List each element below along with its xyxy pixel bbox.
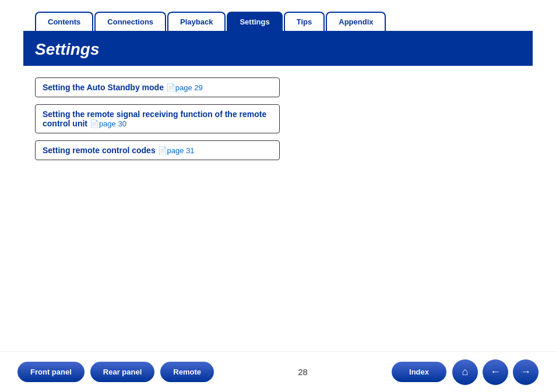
page-number: 28 bbox=[220, 367, 386, 377]
tab-contents[interactable]: Contents bbox=[35, 12, 93, 31]
menu-item-page-ref: 📄page 30 bbox=[90, 119, 126, 128]
menu-item-auto-standby[interactable]: Setting the Auto Standby mode 📄page 29 bbox=[35, 77, 280, 97]
index-button[interactable]: Index bbox=[392, 362, 446, 382]
home-icon: ⌂ bbox=[462, 366, 469, 378]
back-icon: ← bbox=[490, 366, 501, 378]
tab-appendix[interactable]: Appendix bbox=[326, 12, 386, 31]
content-area: Settings Setting the Auto Standby mode 📄… bbox=[12, 31, 544, 179]
menu-item-label: Setting remote control codes bbox=[43, 146, 158, 155]
nav-tabs-wrapper: ContentsConnectionsPlaybackSettingsTipsA… bbox=[0, 0, 556, 31]
menu-item-remote-codes[interactable]: Setting remote control codes 📄page 31 bbox=[35, 140, 280, 160]
header-banner: Settings bbox=[23, 33, 533, 66]
menu-item-label: Setting the Auto Standby mode bbox=[43, 83, 166, 92]
tab-settings[interactable]: Settings bbox=[227, 12, 282, 31]
menu-item-label: Setting the remote signal receiving func… bbox=[43, 110, 266, 128]
front-panel-button[interactable]: Front panel bbox=[17, 362, 85, 382]
menu-item-page-ref: 📄page 29 bbox=[166, 83, 203, 92]
forward-button[interactable]: → bbox=[513, 359, 539, 385]
footer: Front panel Rear panel Remote 28 Index ⌂… bbox=[0, 351, 556, 392]
page-title: Settings bbox=[35, 40, 521, 59]
tab-connections[interactable]: Connections bbox=[94, 12, 166, 31]
back-button[interactable]: ← bbox=[483, 359, 508, 385]
forward-icon: → bbox=[520, 366, 531, 378]
menu-item-page-ref: 📄page 31 bbox=[158, 146, 195, 155]
tab-tips[interactable]: Tips bbox=[284, 12, 325, 31]
main-content: Setting the Auto Standby mode 📄page 29Se… bbox=[12, 66, 544, 179]
nav-icon-buttons: ⌂ ← → bbox=[452, 359, 539, 385]
home-button[interactable]: ⌂ bbox=[452, 359, 478, 385]
remote-button[interactable]: Remote bbox=[160, 362, 214, 382]
menu-item-remote-signal[interactable]: Setting the remote signal receiving func… bbox=[35, 104, 280, 133]
nav-tabs: ContentsConnectionsPlaybackSettingsTipsA… bbox=[12, 6, 544, 31]
tab-playback[interactable]: Playback bbox=[167, 12, 226, 31]
rear-panel-button[interactable]: Rear panel bbox=[90, 362, 154, 382]
